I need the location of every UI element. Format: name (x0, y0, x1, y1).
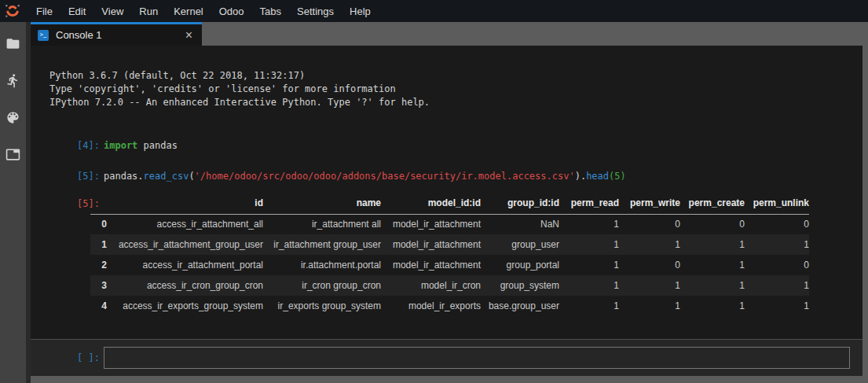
console-input-row: [ ]: (31, 339, 863, 376)
table-cell: model_ir_attachment (381, 255, 481, 275)
table-cell: access_ir_exports_group_system (107, 296, 263, 316)
table-row: 0access_ir_attachment_allir_attachment a… (90, 214, 809, 234)
tab-label: Console 1 (56, 29, 184, 41)
output-cell-5: [5]: idnamemodel_id:idgroup_id:idperm_re… (49, 193, 863, 316)
table-header-perm_unlink: perm_unlink (745, 193, 809, 214)
table-cell: 1 (619, 296, 680, 316)
table-header-perm_write: perm_write (619, 193, 680, 214)
table-cell: group_user (481, 234, 559, 255)
table-cell: 0 (745, 255, 809, 275)
console-history: Python 3.6.7 (default, Oct 22 2018, 11:3… (31, 46, 863, 339)
table-cell: access_ir_attachment_portal (107, 255, 263, 275)
table-row: 2access_ir_attachment_portalir.attachmen… (90, 255, 809, 275)
banner-line: Type 'copyright', 'credits' or 'license'… (49, 83, 863, 96)
command-palette-icon[interactable] (5, 109, 21, 125)
console-input[interactable] (104, 347, 850, 369)
table-header-perm_create: perm_create (680, 193, 745, 214)
row-index: 3 (90, 275, 107, 296)
table-cell: 0 (680, 214, 745, 234)
table-row: 3access_ir_cron_group_cronir_cron group_… (90, 275, 809, 296)
table-header-name: name (263, 193, 381, 214)
table-cell: access_ir_attachment_all (107, 214, 263, 234)
open-tabs-icon[interactable] (5, 146, 21, 162)
table-cell: 1 (559, 255, 619, 275)
table-cell: 1 (680, 296, 745, 316)
table-cell: access_ir_cron_group_cron (107, 275, 263, 296)
menu-items: FileEditViewRunKernelOdooTabsSettingsHel… (28, 0, 379, 22)
console-icon: >_ (38, 30, 49, 41)
table-cell: 1 (745, 296, 809, 316)
menu-item-settings[interactable]: Settings (289, 0, 342, 22)
table-cell: group_portal (481, 255, 559, 275)
table-cell: 1 (559, 296, 619, 316)
table-cell: ir.attachment.portal (263, 255, 381, 275)
menu-item-tabs[interactable]: Tabs (252, 0, 289, 22)
table-cell: base.group_user (481, 296, 559, 316)
table-cell: 0 (619, 214, 680, 234)
odoo-spinner-logo (4, 2, 21, 20)
tab-bar: >_ Console 1 × (31, 22, 863, 46)
files-icon[interactable] (5, 35, 21, 51)
table-cell: 1 (559, 234, 619, 255)
menu-item-help[interactable]: Help (342, 0, 379, 22)
dataframe-table: idnamemodel_id:idgroup_id:idperm_readper… (90, 193, 809, 316)
input-cell-4: [4]: import pandas (49, 139, 863, 153)
table-cell: 1 (745, 275, 809, 296)
table-cell: NaN (481, 214, 559, 234)
menu-item-view[interactable]: View (93, 0, 131, 22)
menu-item-edit[interactable]: Edit (60, 0, 93, 22)
table-row: 4access_ir_exports_group_systemir_export… (90, 296, 809, 316)
row-index: 1 (90, 234, 107, 255)
table-cell: 1 (619, 234, 680, 255)
table-cell: access_ir_attachment_group_user (107, 234, 263, 255)
menu-item-kernel[interactable]: Kernel (166, 0, 211, 22)
table-cell: 0 (619, 255, 680, 275)
table-cell: 1 (559, 275, 619, 296)
table-cell: model_ir_cron (381, 275, 481, 296)
banner-line: Python 3.6.7 (default, Oct 22 2018, 11:3… (49, 69, 863, 83)
app-window: FileEditViewRunKernelOdooTabsSettingsHel… (0, 0, 868, 383)
left-sidebar (0, 22, 26, 383)
input-prompt: [ ]: (49, 352, 100, 363)
table-cell: model_ir_exports (381, 296, 481, 316)
menu-bar: FileEditViewRunKernelOdooTabsSettingsHel… (0, 0, 868, 22)
execution-prompt: [5]: (49, 170, 100, 183)
menu-item-odoo[interactable]: Odoo (211, 0, 252, 22)
table-cell: ir_cron group_cron (263, 275, 381, 296)
row-index: 2 (90, 255, 107, 275)
table-cell: ir_attachment all (263, 214, 381, 234)
table-cell: 1 (745, 234, 809, 255)
table-row: 1access_ir_attachment_group_userir_attac… (90, 234, 809, 255)
tab-console-1[interactable]: >_ Console 1 × (31, 22, 202, 46)
table-header-id: id (107, 193, 263, 214)
output-prompt: [5]: (49, 197, 100, 211)
dock-panel: >_ Console 1 × Python 3.6.7 (default, Oc… (31, 22, 868, 383)
row-index: 4 (90, 296, 107, 316)
table-cell: model_ir_attachment (381, 214, 481, 234)
table-cell: ir_attachment group_user (263, 234, 381, 255)
tab-close-icon[interactable]: × (184, 30, 194, 41)
table-cell: 1 (680, 255, 745, 275)
table-cell: model_ir_attachment (381, 234, 481, 255)
row-index: 0 (90, 214, 107, 234)
main-area: >_ Console 1 × Python 3.6.7 (default, Oc… (0, 22, 868, 383)
menu-item-run[interactable]: Run (131, 0, 166, 22)
console-panel: Python 3.6.7 (default, Oct 22 2018, 11:3… (31, 46, 863, 376)
code-line: import pandas (104, 139, 178, 153)
table-cell: ir_exports group_system (263, 296, 381, 316)
running-sessions-icon[interactable] (5, 72, 21, 88)
table-cell: 1 (680, 275, 745, 296)
table-cell: 1 (559, 214, 619, 234)
table-header-perm_read: perm_read (559, 193, 619, 214)
table-header-group_id:id: group_id:id (481, 193, 559, 214)
table-cell: 0 (745, 214, 809, 234)
table-cell: group_system (481, 275, 559, 296)
input-cell-5: [5]: pandas.read_csv('/home/odoo/src/odo… (49, 170, 863, 183)
menu-item-file[interactable]: File (28, 0, 60, 22)
table-cell: 1 (619, 275, 680, 296)
code-line: pandas.read_csv('/home/odoo/src/odoo/odo… (104, 170, 626, 183)
table-header-model_id:id: model_id:id (381, 193, 481, 214)
execution-prompt: [4]: (49, 139, 100, 153)
table-cell: 1 (680, 234, 745, 255)
banner-line: IPython 7.2.0 -- An enhanced Interactive… (49, 96, 863, 109)
